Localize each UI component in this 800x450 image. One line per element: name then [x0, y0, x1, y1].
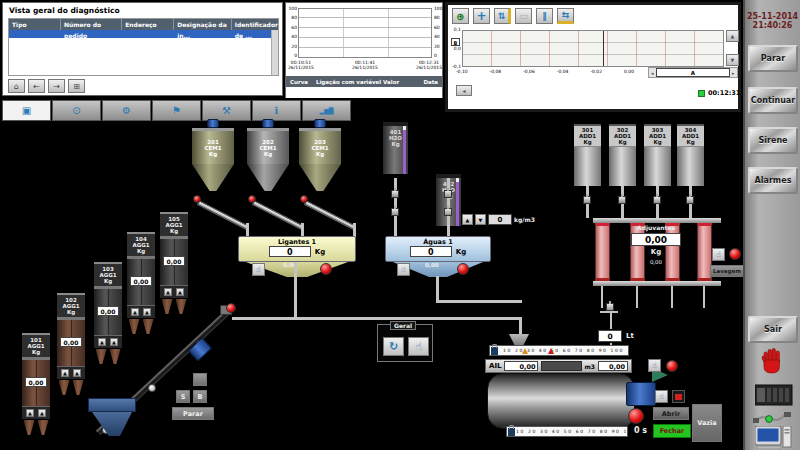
gate-button[interactable]: ▲	[61, 369, 69, 377]
lt-valve[interactable]	[606, 303, 614, 311]
valve-indicator[interactable]	[248, 195, 256, 203]
parar-button[interactable]: Parar	[748, 45, 798, 72]
additive-valve[interactable]	[653, 196, 661, 204]
col-tipo[interactable]: Tipo	[9, 19, 61, 30]
gate-button[interactable]: ▲	[26, 409, 34, 417]
manual-button[interactable]: ☝	[712, 248, 725, 261]
valve-indicator[interactable]	[193, 195, 201, 203]
trend-plot[interactable]	[298, 8, 432, 58]
water-valve[interactable]	[444, 208, 452, 216]
scope-h-scrollbar[interactable]: ◂ A ◂	[648, 67, 738, 78]
vscale-tool-button[interactable]: ⇅	[494, 8, 511, 24]
manual-button[interactable]: ☝	[252, 263, 265, 276]
silo-cem-202[interactable]: 202CEM1Kg	[247, 119, 289, 191]
water-valve[interactable]	[391, 190, 399, 198]
silo-agg-101[interactable]: 101AGG1Kg 0,00 ▲▲	[22, 333, 50, 435]
vazia-button[interactable]: Vazia	[692, 404, 722, 442]
valve-indicator[interactable]	[300, 195, 308, 203]
alarm-button[interactable]	[320, 263, 332, 275]
tank-add-303[interactable]: 303ADD1Kg	[644, 124, 671, 186]
gate-button[interactable]: ▲	[73, 369, 81, 377]
connection-cable-icon[interactable]	[753, 408, 795, 426]
hscale-tool-button[interactable]: ⇆	[557, 8, 574, 24]
tree-button[interactable]: ⊞	[68, 79, 85, 93]
alarm-button[interactable]	[457, 263, 469, 275]
marker-b-box[interactable]: B	[451, 38, 460, 46]
tab-flag[interactable]: ⚑	[152, 100, 201, 121]
cursor-line[interactable]	[603, 31, 604, 66]
tab-settings[interactable]: ⚙	[102, 100, 151, 121]
tank-add-302[interactable]: 302ADD1Kg	[609, 124, 636, 186]
lavagem-button[interactable]: Lavagem	[710, 265, 744, 277]
up-icon: ▲	[466, 217, 470, 223]
gate-button[interactable]: ▲	[164, 288, 172, 296]
fechar-button[interactable]: Fechar	[653, 424, 691, 438]
gate-lock-button[interactable]	[672, 390, 685, 403]
continuar-button[interactable]: Continuar	[748, 87, 798, 114]
col-designacao[interactable]: Designação da in...	[174, 19, 232, 30]
computer-icon[interactable]	[755, 426, 793, 450]
table-scrollbar[interactable]	[271, 30, 278, 75]
silo-cem-203[interactable]: 203CEM1Kg	[299, 119, 341, 191]
silo-agg-102[interactable]: 102AGG1Kg 0,00 ▲▲	[57, 293, 85, 395]
density-up-button[interactable]: ▲	[462, 214, 473, 225]
tab-chart[interactable]: ▂▆█	[302, 100, 351, 121]
conveyor-stop-button[interactable]: Parar	[172, 407, 214, 420]
tab-power[interactable]: ⊙	[52, 100, 101, 121]
plc-rack-icon[interactable]	[755, 384, 793, 406]
tank-add-301[interactable]: 301ADD1Kg	[574, 124, 601, 186]
alarmes-button[interactable]: Alarmes	[748, 167, 798, 194]
tab-info[interactable]: ℹ	[252, 100, 301, 121]
scope-plot[interactable]	[462, 30, 724, 67]
discharge-valve-indicator[interactable]	[628, 408, 644, 424]
sair-button[interactable]: Sair	[748, 316, 798, 343]
tank-h2o-401[interactable]: 401H2OKg	[383, 122, 408, 174]
pause-tool-button[interactable]: ‖	[536, 8, 553, 24]
col-identificador[interactable]: Identificador de ...	[232, 19, 278, 30]
legend-col-link[interactable]: Ligação com variável Valor	[308, 79, 399, 85]
zoom-tool-button[interactable]: ⊕	[452, 8, 469, 24]
silo-cem-201[interactable]: 201CEM1Kg	[192, 119, 234, 191]
forward-button[interactable]: →	[48, 79, 65, 93]
gate-button[interactable]: ▲	[176, 288, 184, 296]
back-button[interactable]: ←	[28, 79, 45, 93]
tab-tools[interactable]: ⚒	[202, 100, 251, 121]
scrollbar-thumb[interactable]: A	[656, 68, 731, 77]
conveyor-b-button[interactable]: B	[193, 390, 207, 403]
gate-button[interactable]: ▲	[38, 409, 46, 417]
scroll-up-button[interactable]: ▲	[726, 30, 739, 42]
manual-button[interactable]: ☝	[397, 263, 410, 276]
sirene-button[interactable]: Sirene	[748, 127, 798, 154]
manual-mode-button[interactable]: ☝	[408, 337, 429, 356]
additive-valve[interactable]	[686, 196, 694, 204]
diagnostics-table[interactable]: Tipo Número do pedido Endereço Designaçã…	[8, 18, 279, 76]
conveyor-aux-button[interactable]	[193, 373, 207, 386]
stop-hand-icon[interactable]	[761, 348, 785, 376]
mixer-alarm-button[interactable]	[666, 360, 678, 372]
abrir-button[interactable]: Abrir	[653, 407, 689, 420]
window-tool-button[interactable]: ▭	[515, 8, 532, 24]
col-endereco[interactable]: Endereço	[122, 19, 174, 30]
head-valve-indicator[interactable]	[226, 303, 236, 313]
water-valve[interactable]	[444, 190, 452, 198]
gate-manual-button[interactable]: ☝	[655, 390, 668, 403]
pan-tool-button[interactable]: +	[473, 8, 490, 24]
tank-add-304[interactable]: 304ADD1Kg	[677, 124, 704, 186]
conveyor-s-button[interactable]: S	[176, 390, 190, 403]
auto-mode-button[interactable]: ↻	[383, 337, 404, 356]
legend-col-curva[interactable]: Curva	[286, 79, 308, 85]
scope-back-button[interactable]: ◂	[456, 85, 472, 96]
scrollbar-right-icon[interactable]: ◂	[730, 70, 737, 76]
alarm-button[interactable]	[729, 248, 741, 260]
silo-agg-105[interactable]: 105AGG1Kg 0,00 ▲▲	[160, 212, 188, 314]
scroll-down-button[interactable]: ▼	[726, 54, 739, 66]
additive-valve[interactable]	[583, 196, 591, 204]
legend-col-data[interactable]: Data	[423, 79, 442, 85]
home-button[interactable]: ⌂	[8, 79, 25, 93]
water-valve[interactable]	[391, 208, 399, 216]
mixer-manual-button[interactable]: ☝	[648, 359, 661, 372]
additive-valve[interactable]	[618, 196, 626, 204]
col-numero[interactable]: Número do pedido	[61, 19, 122, 30]
density-down-button[interactable]: ▼	[475, 214, 486, 225]
tab-screen[interactable]: ▣	[2, 100, 51, 121]
